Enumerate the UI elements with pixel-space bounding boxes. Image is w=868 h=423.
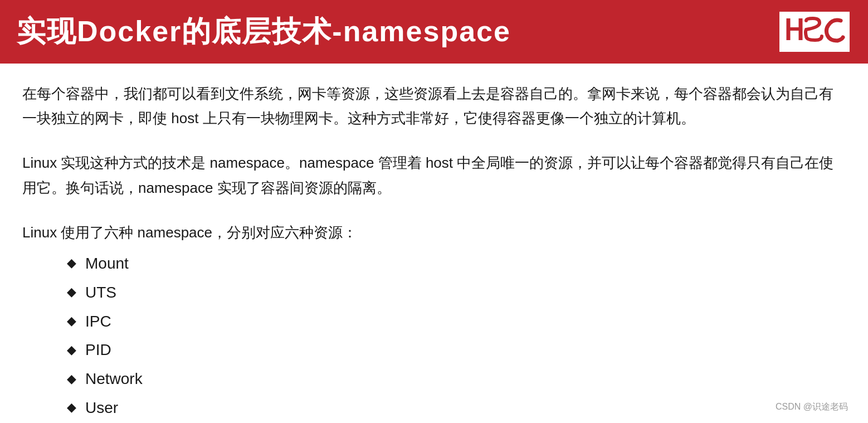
header: 实现Docker的底层技术-namespace	[0, 0, 868, 64]
page-title: 实现Docker的底层技术-namespace	[17, 16, 511, 47]
main-content: 在每个容器中，我们都可以看到文件系统，网卡等资源，这些资源看上去是容器自己的。拿…	[0, 64, 868, 423]
item-mount: Mount	[85, 249, 129, 278]
item-user: User	[85, 393, 118, 422]
diamond-icon: ◆	[67, 281, 76, 304]
diamond-icon: ◆	[67, 252, 76, 275]
list-item: ◆ PID	[67, 336, 846, 364]
paragraph-3-intro: Linux 使用了六种 namespace，分别对应六种资源：	[22, 220, 846, 245]
list-item: ◆ UTS	[67, 278, 846, 307]
item-pid: PID	[85, 336, 111, 364]
item-ipc: IPC	[85, 307, 111, 336]
list-item: ◆ Mount	[67, 249, 846, 278]
item-network: Network	[85, 364, 143, 393]
logo	[778, 10, 851, 54]
list-item: ◆ Network	[67, 364, 846, 393]
diamond-icon: ◆	[67, 339, 76, 362]
paragraph-1: 在每个容器中，我们都可以看到文件系统，网卡等资源，这些资源看上去是容器自己的。拿…	[22, 81, 846, 130]
paragraph-2: Linux 实现这种方式的技术是 namespace。namespace 管理着…	[22, 150, 846, 200]
namespace-list: ◆ Mount ◆ UTS ◆ IPC ◆ PID ◆ Network ◆ Us…	[22, 249, 846, 422]
item-uts: UTS	[85, 278, 116, 307]
logo-area	[778, 10, 851, 54]
diamond-icon: ◆	[67, 396, 76, 419]
list-item: ◆ IPC	[67, 307, 846, 336]
footer-credit: CSDN @识途老码	[776, 401, 848, 413]
list-item: ◆ User	[67, 393, 846, 422]
diamond-icon: ◆	[67, 368, 76, 391]
diamond-icon: ◆	[67, 310, 76, 333]
